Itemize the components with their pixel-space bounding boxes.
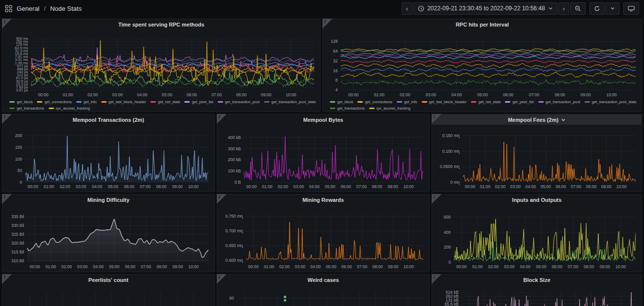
breadcrumb-section[interactable]: General	[17, 5, 39, 12]
legend-item-get_connections[interactable]: get_connections	[37, 100, 71, 104]
panel-title[interactable]: Peerlists' count	[2, 277, 214, 283]
x-axis-tick: 00:00	[24, 184, 42, 189]
legend-item-get_transactions[interactable]: get_transactions	[9, 106, 44, 111]
x-axis-tick: 03:00	[109, 92, 126, 97]
panel-info-corner-icon[interactable]: i	[322, 19, 332, 28]
time-range-picker[interactable]: 2022-09-21 23:30:45 to 2022-09-22 10:56:…	[413, 2, 557, 15]
panel-title-text: Mempool Fees (2m)	[508, 117, 558, 123]
x-axis-tick: 02:00	[58, 264, 75, 269]
y-axis-tick: 200	[2, 134, 22, 138]
panel-info-corner-icon[interactable]: i	[2, 19, 12, 28]
x-axis-tick: 02:00	[84, 92, 102, 97]
chart-rewards[interactable]	[246, 214, 423, 262]
legend-item-get_transactions[interactable]: get_transactions	[330, 106, 365, 111]
refresh-interval-dropdown[interactable]	[606, 2, 619, 15]
panel-title[interactable]: Weird cases	[217, 277, 429, 283]
legend-label: get_transaction_pool_stats	[271, 100, 316, 104]
chart-weird[interactable]	[237, 292, 423, 306]
panel-rpc_time: iTime spent serving RPC methods500 ms250…	[2, 19, 321, 112]
panel-title-text: Mining Difficulty	[88, 197, 130, 203]
x-axis-tick: 05:00	[105, 264, 123, 269]
panel-info-corner-icon[interactable]: i	[432, 114, 441, 124]
legend-label: get_block	[17, 100, 32, 104]
panel-info-corner-icon[interactable]: i	[432, 194, 441, 204]
x-axis-tick: 08:00	[551, 92, 569, 97]
x-axis-tick: 07:00	[564, 264, 582, 269]
legend-item-get_peer_list[interactable]: get_peer_list	[184, 100, 213, 104]
legend-item-get_block[interactable]: get_block	[330, 100, 353, 104]
panel-title[interactable]: Block Size	[432, 277, 642, 283]
series-color-dash	[505, 101, 510, 103]
chart-mempool_bytes[interactable]	[244, 134, 423, 182]
legend-item-get_transaction_pool[interactable]: get_transaction_pool	[538, 100, 580, 104]
panel-title-text: Block Size	[523, 277, 550, 283]
breadcrumb-title[interactable]: Node Stats	[50, 5, 82, 12]
chart-peerlists[interactable]	[22, 292, 208, 306]
series-color-dash	[9, 101, 15, 103]
panel-title-text: Peerlists' count	[88, 277, 128, 283]
info-icon: i	[4, 19, 5, 24]
chart-mempool_tx[interactable]	[25, 134, 208, 182]
legend-item-get_last_block_header[interactable]: get_last_block_header	[101, 100, 146, 104]
panel-rewards: iMining Rewards0.750 mɳ0.700 mɳ0.650 mɳ0…	[217, 194, 430, 272]
refresh-button[interactable]	[589, 2, 605, 15]
panel-info-corner-icon[interactable]: i	[217, 274, 227, 284]
panel-title[interactable]: Mempool Transactions (2m)	[2, 117, 214, 123]
legend-item-get_transaction_pool_stats[interactable]: get_transaction_pool_stats	[585, 100, 636, 104]
panel-title[interactable]: Inputs and Outputs	[432, 197, 642, 203]
panel-info-corner-icon[interactable]: i	[2, 194, 12, 204]
legend-item-rpc_access_tracking[interactable]: rpc_access_tracking	[369, 106, 410, 111]
panel-title[interactable]: Mempool Fees (2m)	[432, 114, 642, 125]
series-color-dash	[585, 101, 590, 103]
x-axis-tick: 10:00	[613, 184, 630, 189]
legend-item-get_last_block_header[interactable]: get_last_block_header	[422, 100, 467, 104]
toolbar-right: ‹ 2022-09-21 23:30:45 to 2022-09-22 10:5…	[402, 2, 639, 15]
x-axis-tick: 04:00	[516, 264, 534, 269]
time-forward-button[interactable]: ›	[558, 2, 569, 15]
legend-item-get_transaction_pool[interactable]: get_transaction_pool	[218, 100, 260, 104]
panel-info-corner-icon[interactable]: i	[2, 274, 12, 284]
legend-item-get_net_stats[interactable]: get_net_stats	[150, 100, 180, 104]
legend-item-get_transaction_pool_stats[interactable]: get_transaction_pool_stats	[264, 100, 316, 104]
y-axis-tick: 600	[432, 215, 451, 220]
chart-blocksize[interactable]	[462, 292, 636, 306]
x-axis-tick: 04:00	[307, 264, 324, 269]
chart-rpc_hits[interactable]	[341, 39, 636, 90]
legend-item-rpc_access_tracking[interactable]: rpc_access_tracking	[49, 106, 90, 111]
panel-title[interactable]: Mining Rewards	[217, 197, 429, 203]
legend-label: rpc_access_tracking	[56, 106, 90, 111]
legend-item-get_peer_list[interactable]: get_peer_list	[505, 100, 533, 104]
series-color-dash	[184, 101, 190, 103]
panel-title[interactable]: Mining Difficulty	[2, 197, 214, 203]
x-axis-tick: 01:00	[260, 264, 278, 269]
series-color-dash	[538, 101, 544, 103]
legend-item-get_info[interactable]: get_info	[76, 100, 97, 104]
x-axis-tick: 01:00	[259, 184, 276, 189]
zoom-out-button[interactable]	[570, 2, 585, 15]
chart-mempool_fees[interactable]	[463, 134, 636, 182]
series-color-dash	[37, 101, 42, 103]
y-axis-tick: 100 kB	[217, 169, 241, 173]
panel-info-corner-icon[interactable]: i	[217, 114, 227, 124]
panel-info-corner-icon[interactable]: i	[2, 114, 12, 124]
chart-difficulty[interactable]	[27, 214, 208, 262]
chart-legend: get_blockget_connectionsget_infoget_last…	[9, 99, 317, 111]
y-axis-tick: 0.700 mɳ	[217, 229, 243, 233]
x-axis-tick: 00:00	[26, 264, 44, 269]
panel-title[interactable]: RPC hits per Interval	[323, 22, 642, 28]
legend-item-get_net_stats[interactable]: get_net_stats	[471, 100, 500, 104]
panel-title[interactable]: Time spent serving RPC methods	[2, 22, 320, 28]
grafana-dashboard: General / Node Stats ‹ 2022-09-21 23:30:…	[0, 0, 644, 306]
panel-title[interactable]: Mempool Bytes	[217, 117, 429, 123]
time-range-label: 2022-09-21 23:30:45 to 2022-09-22 10:56:…	[427, 5, 545, 12]
x-axis-tick: 06:00	[183, 92, 201, 97]
chart-rpc_time[interactable]	[31, 39, 314, 90]
cycle-view-button[interactable]	[623, 2, 639, 15]
chart-io[interactable]	[454, 214, 636, 262]
panel-info-corner-icon[interactable]: i	[432, 274, 441, 284]
legend-item-get_block[interactable]: get_block	[9, 100, 32, 104]
legend-item-get_connections[interactable]: get_connections	[357, 100, 392, 104]
panel-info-corner-icon[interactable]: i	[217, 194, 227, 204]
time-back-button[interactable]: ‹	[402, 2, 412, 15]
legend-item-get_info[interactable]: get_info	[397, 100, 417, 104]
